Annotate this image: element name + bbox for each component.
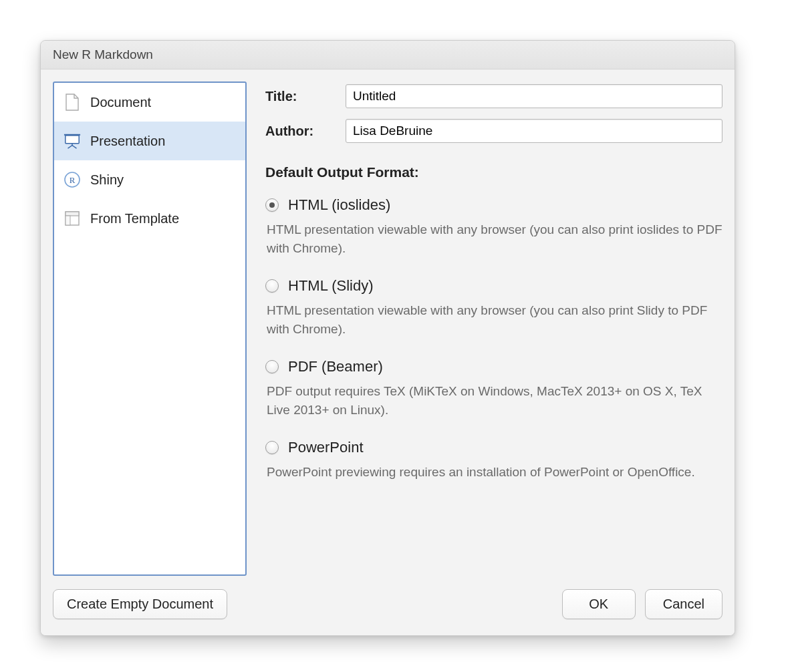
radio-powerpoint[interactable]	[265, 441, 279, 454]
sidebar-item-shiny[interactable]: R Shiny	[54, 160, 245, 199]
radio-beamer[interactable]	[265, 360, 279, 373]
sidebar-item-label: From Template	[90, 211, 179, 226]
cancel-button[interactable]: Cancel	[645, 589, 723, 619]
svg-text:R: R	[70, 175, 76, 185]
option-desc: PDF output requires TeX (MiKTeX on Windo…	[265, 382, 723, 419]
ok-button[interactable]: OK	[562, 589, 636, 619]
svg-rect-0	[66, 136, 79, 144]
option-powerpoint: PowerPoint PowerPoint previewing require…	[265, 439, 723, 482]
option-desc: PowerPoint previewing requires an instal…	[265, 463, 723, 482]
sidebar-item-label: Presentation	[90, 134, 165, 149]
option-title: PowerPoint	[288, 439, 364, 456]
presentation-icon	[63, 132, 81, 150]
author-row: Author:	[265, 119, 723, 143]
option-desc: HTML presentation viewable with any brow…	[265, 301, 723, 338]
option-slidy: HTML (Slidy) HTML presentation viewable …	[265, 277, 723, 338]
sidebar-item-from-template[interactable]: From Template	[54, 199, 245, 238]
sidebar: Document Presentation	[53, 81, 247, 576]
dialog-title: New R Markdown	[41, 41, 735, 69]
sidebar-item-label: Document	[90, 95, 151, 110]
svg-line-4	[72, 146, 77, 149]
main-panel: Title: Author: Default Output Format: HT…	[265, 81, 723, 576]
option-title: PDF (Beamer)	[288, 358, 383, 375]
dialog-content: Document Presentation	[41, 69, 735, 580]
svg-rect-8	[66, 212, 79, 216]
shiny-icon: R	[63, 171, 81, 188]
svg-rect-9	[66, 216, 70, 225]
title-row: Title:	[265, 84, 723, 108]
document-icon	[63, 94, 81, 111]
radio-slidy[interactable]	[265, 279, 279, 293]
output-format-heading: Default Output Format:	[265, 164, 723, 180]
option-desc: HTML presentation viewable with any brow…	[265, 220, 723, 257]
sidebar-item-presentation[interactable]: Presentation	[54, 122, 245, 160]
author-label: Author:	[265, 124, 346, 139]
author-input[interactable]	[346, 119, 723, 143]
sidebar-item-label: Shiny	[90, 172, 124, 188]
radio-ioslides[interactable]	[265, 198, 279, 212]
button-row: Create Empty Document OK Cancel	[41, 580, 735, 635]
template-icon	[63, 210, 81, 227]
new-rmarkdown-dialog: New R Markdown Document	[40, 40, 735, 636]
sidebar-item-document[interactable]: Document	[54, 83, 245, 122]
title-label: Title:	[265, 89, 346, 104]
title-input[interactable]	[346, 84, 723, 108]
option-beamer: PDF (Beamer) PDF output requires TeX (Mi…	[265, 358, 723, 419]
option-title: HTML (Slidy)	[288, 277, 374, 295]
create-empty-button[interactable]: Create Empty Document	[53, 589, 227, 619]
svg-line-3	[68, 146, 73, 149]
option-title: HTML (ioslides)	[288, 196, 390, 214]
option-ioslides: HTML (ioslides) HTML presentation viewab…	[265, 196, 723, 257]
